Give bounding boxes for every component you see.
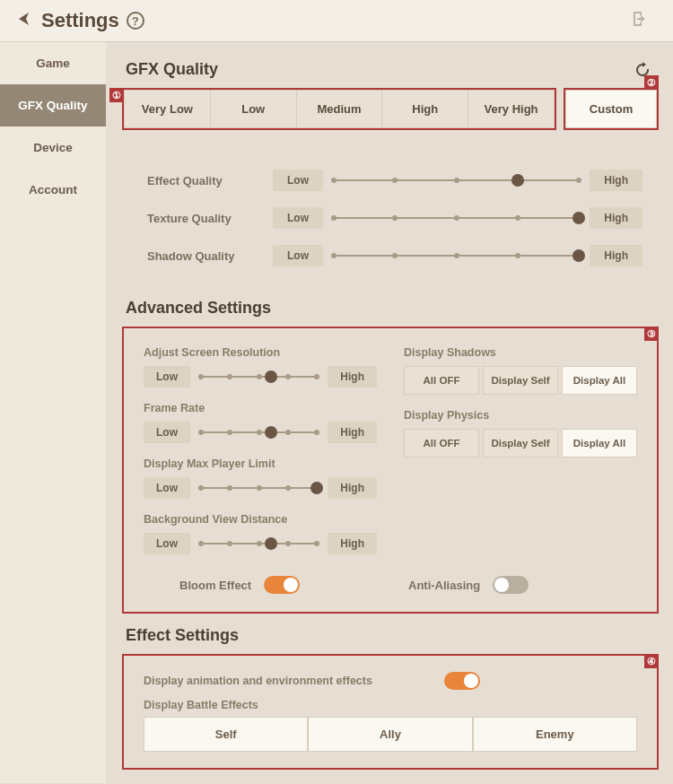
high-tag: High	[328, 422, 377, 443]
quality-label: Effect Quality	[147, 174, 273, 187]
adv-slider[interactable]	[201, 487, 317, 489]
adv-option-item: Display Shadows All OFFDisplay SelfDispl…	[404, 346, 637, 395]
adv-slider[interactable]	[201, 376, 317, 378]
quality-slider[interactable]	[334, 179, 579, 181]
low-tag: Low	[144, 477, 190, 499]
preset-medium-button[interactable]: Medium	[297, 90, 383, 128]
option-button[interactable]: Display All	[562, 366, 637, 395]
anim-effects-toggle[interactable]	[444, 672, 480, 690]
adv-slider-label: Frame Rate	[144, 402, 377, 414]
advanced-section-title: Advanced Settings	[126, 299, 659, 318]
preset-very high-button[interactable]: Very High	[468, 90, 555, 128]
bloom-effect-toggle[interactable]	[264, 576, 300, 594]
back-icon[interactable]	[16, 10, 41, 31]
low-tag: Low	[273, 207, 323, 229]
adv-slider-label: Display Max Player Limit	[144, 457, 377, 470]
toggle-label: Anti-Aliasing	[408, 579, 480, 592]
quality-slider[interactable]	[334, 255, 579, 257]
low-tag: Low	[144, 533, 190, 554]
high-tag: High	[328, 477, 377, 499]
quality-row: Texture Quality Low High	[147, 207, 642, 229]
option-button[interactable]: Display Self	[483, 429, 558, 457]
battle-enemy-button[interactable]: Enemy	[473, 717, 637, 752]
adv-slider[interactable]	[201, 543, 317, 544]
low-tag: Low	[144, 422, 190, 443]
sidebar: GameGFX QualityDeviceAccount	[0, 42, 106, 783]
exit-icon[interactable]	[630, 9, 657, 32]
adv-slider-label: Adjust Screen Resolution	[144, 346, 377, 359]
high-tag: High	[590, 207, 642, 229]
preset-high-button[interactable]: High	[382, 90, 468, 128]
anim-effects-label: Display animation and environment effect…	[144, 675, 372, 687]
callout-2: ②	[644, 75, 659, 90]
toggle-label: Bloom Effect	[179, 579, 251, 592]
battle-self-button[interactable]: Self	[144, 717, 308, 752]
option-button[interactable]: Display Self	[483, 366, 558, 395]
battle-effects-label: Display Battle Effects	[144, 699, 637, 711]
preset-custom-button[interactable]: Custom	[565, 90, 657, 128]
adv-option-label: Display Shadows	[404, 346, 637, 359]
nav-gfx quality[interactable]: GFX Quality	[0, 84, 106, 126]
page-title: Settings	[41, 9, 119, 32]
preset-low-button[interactable]: Low	[211, 90, 297, 128]
nav-device[interactable]: Device	[0, 126, 106, 169]
gfx-section-title: GFX Quality	[126, 60, 659, 79]
preset-group: Very LowLowMediumHighVery High	[124, 90, 555, 128]
anti-aliasing-toggle[interactable]	[493, 576, 529, 594]
preset-very low-button[interactable]: Very Low	[124, 90, 211, 128]
adv-slider-item: Background View Distance Low High	[144, 513, 377, 554]
quality-row: Shadow Quality Low High	[147, 245, 642, 266]
effect-section-title: Effect Settings	[126, 626, 659, 645]
adv-slider-item: Adjust Screen Resolution Low High	[144, 346, 377, 388]
option-button[interactable]: All OFF	[404, 429, 479, 457]
low-tag: Low	[144, 366, 190, 388]
high-tag: High	[328, 366, 377, 388]
adv-option-item: Display Physics All OFFDisplay SelfDispl…	[404, 409, 637, 457]
quality-slider[interactable]	[334, 217, 579, 219]
toggle-pair: Bloom Effect	[179, 576, 372, 594]
adv-slider-label: Background View Distance	[144, 513, 377, 526]
high-tag: High	[590, 170, 642, 191]
callout-1: ①	[109, 88, 124, 102]
low-tag: Low	[273, 170, 323, 191]
adv-slider-item: Frame Rate Low High	[144, 402, 377, 443]
low-tag: Low	[273, 245, 323, 266]
toggle-pair: Anti-Aliasing	[408, 576, 601, 594]
adv-slider[interactable]	[201, 431, 317, 433]
nav-game[interactable]: Game	[0, 42, 106, 84]
adv-option-label: Display Physics	[404, 409, 637, 422]
callout-3: ③	[644, 327, 659, 341]
callout-4: ④	[644, 654, 659, 668]
high-tag: High	[328, 533, 377, 554]
high-tag: High	[590, 245, 642, 266]
quality-label: Shadow Quality	[147, 249, 273, 263]
help-icon[interactable]: ?	[127, 12, 144, 30]
option-button[interactable]: Display All	[562, 429, 637, 457]
quality-label: Texture Quality	[147, 212, 273, 225]
nav-account[interactable]: Account	[0, 169, 106, 211]
battle-ally-button[interactable]: Ally	[308, 717, 472, 752]
quality-row: Effect Quality Low High	[147, 170, 642, 191]
option-button[interactable]: All OFF	[404, 366, 479, 395]
adv-slider-item: Display Max Player Limit Low High	[144, 457, 377, 499]
